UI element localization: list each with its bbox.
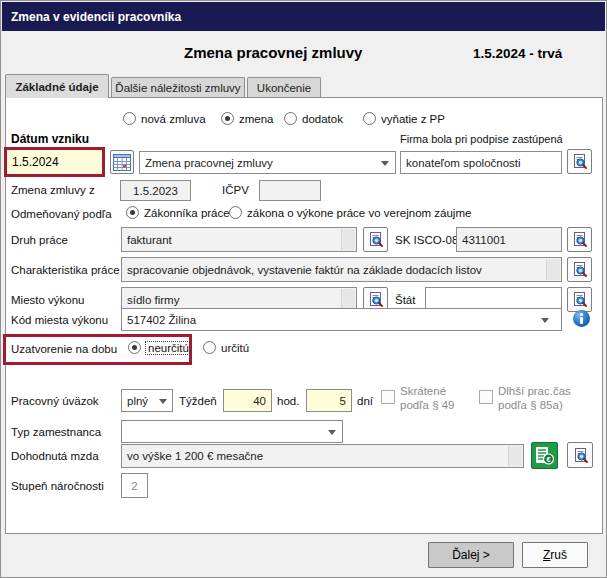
document-magnifier-icon xyxy=(572,447,589,464)
icpv-field xyxy=(259,180,321,201)
change-kind-combobox[interactable]: Zmena pracovnej zmluvy xyxy=(139,151,396,174)
next-button-label: Ďalej > xyxy=(452,548,490,562)
chevron-down-icon[interactable] xyxy=(381,161,389,166)
combobox-value: plný xyxy=(127,395,148,407)
charakteristika-lookup-button[interactable] xyxy=(567,257,592,282)
document-magnifier-icon xyxy=(571,261,588,278)
document-magnifier-icon xyxy=(571,291,588,308)
kod-miesta-combobox[interactable]: 517402 Žilina xyxy=(121,308,562,331)
radio-label: nová zmluva xyxy=(141,113,206,125)
radio-vynatie-z-pp[interactable]: vyňatie z PP xyxy=(363,112,445,125)
radio-nova-zmluva[interactable]: nová zmluva xyxy=(123,112,206,125)
dlhsi-cas-checkbox[interactable] xyxy=(479,390,493,404)
cancel-button[interactable]: Zruš xyxy=(522,542,588,568)
radio-neurcitu[interactable]: neurčitú xyxy=(128,341,191,354)
payroll-table-icon: € xyxy=(534,445,555,466)
field-value: vo výške 1 200 € mesačne xyxy=(127,450,263,462)
radio-label: neurčitú xyxy=(146,342,191,354)
tab-label: Ukončenie xyxy=(257,82,311,94)
sk-isco-lookup-button[interactable] xyxy=(567,227,592,252)
combobox-value: Zmena pracovnej zmluvy xyxy=(145,157,273,169)
chevron-down-icon[interactable] xyxy=(541,318,549,323)
stupen-field[interactable]: 2 xyxy=(121,473,148,498)
typ-zamestnanca-combobox[interactable] xyxy=(121,420,343,443)
days-field[interactable]: 5 xyxy=(306,389,352,412)
mzda-lookup-button[interactable] xyxy=(567,442,593,468)
skratene-checkbox[interactable] xyxy=(381,390,395,404)
days-unit-label: dní xyxy=(357,395,373,407)
stat-label: Štát xyxy=(395,294,415,306)
miesto-vykonu-label: Miesto výkonu xyxy=(11,294,85,306)
tab-ukoncenie[interactable]: Ukončenie xyxy=(247,77,321,98)
charakteristika-field: spracovanie objednávok, vystavenie faktú… xyxy=(121,257,562,282)
druh-prace-lookup-button[interactable] xyxy=(363,227,388,252)
firma-zastupena-field[interactable]: konateľom spoločnosti xyxy=(400,151,562,174)
radio-dodatok[interactable]: dodatok xyxy=(284,112,343,125)
datum-vzniku-label: Dátum vzniku xyxy=(11,132,89,146)
next-button[interactable]: Ďalej > xyxy=(428,542,514,568)
kod-miesta-info-button[interactable] xyxy=(572,309,591,328)
uvazok-combobox[interactable]: plný xyxy=(121,389,173,412)
druh-prace-field: fakturant xyxy=(121,227,357,252)
radio-circle xyxy=(363,112,376,125)
sk-isco-field: 4311001 xyxy=(456,227,562,252)
dlhsi-label-line2: podľa § 85a) xyxy=(498,399,563,411)
field-value: 40 xyxy=(253,395,266,407)
radio-urcitu[interactable]: určitú xyxy=(203,341,249,354)
radio-zakonnik-prace[interactable]: Zákonníka práce xyxy=(126,206,230,219)
radio-label: zákona o výkone práce vo verejnom záujme xyxy=(247,207,471,219)
combobox-value: 517402 Žilina xyxy=(127,314,196,326)
odmenovany-label: Odmeňovaný podľa xyxy=(11,208,112,220)
dlhsi-label-line1: Dlhší prac.čas xyxy=(498,385,571,397)
radio-circle-selected xyxy=(126,206,139,219)
field-value: sídlo firmy xyxy=(127,294,179,306)
field-value: 4311001 xyxy=(462,234,506,246)
tab-zakladne-udaje[interactable]: Základné údaje xyxy=(5,74,109,98)
mzda-field: vo výške 1 200 € mesačne xyxy=(121,444,524,468)
mzda-label: Dohodnutá mzda xyxy=(11,450,99,462)
radio-circle-selected xyxy=(128,341,141,354)
typ-zamestnanca-label: Typ zamestnanca xyxy=(11,426,101,438)
stupen-label: Stupeň náročnosti xyxy=(11,480,104,492)
firma-lookup-button[interactable] xyxy=(567,149,592,174)
skratene-label-line1: Skrátené xyxy=(400,385,446,397)
radio-zakon-verejny-zaujem[interactable]: zákona o výkone práce vo verejnom záujme xyxy=(229,206,471,219)
charakteristika-label: Charakteristika práce xyxy=(11,264,120,276)
field-value: spracovanie objednávok, vystavenie faktú… xyxy=(127,264,482,276)
radio-label: Zákonníka práce xyxy=(144,207,230,219)
tab-label: Ďalšie náležitosti zmluvy xyxy=(115,82,240,94)
tyzden-label: Týždeň xyxy=(179,395,217,407)
firma-zastupena-label: Firma bola pri podpise zastúpená xyxy=(400,133,563,145)
icpv-label: IČPV xyxy=(222,184,249,196)
uvazok-label: Pracovný úväzok xyxy=(11,395,99,407)
document-magnifier-icon xyxy=(571,153,588,170)
document-magnifier-icon xyxy=(367,231,384,248)
validity-dates: 1.5.2024 - trvá xyxy=(473,46,562,61)
dialog-window: Zmena v evidencii pracovníka Zmena praco… xyxy=(0,0,607,578)
zmena-zmluvy-z-field: 1.5.2023 xyxy=(120,180,191,201)
hours-field[interactable]: 40 xyxy=(223,389,272,412)
chevron-down-icon[interactable] xyxy=(159,399,167,404)
radio-zmena[interactable]: zmena xyxy=(221,112,274,125)
field-value: konateľom spoločnosti xyxy=(406,157,521,169)
document-magnifier-icon xyxy=(571,231,588,248)
payroll-button[interactable]: € xyxy=(531,442,558,469)
druh-prace-label: Druh práce xyxy=(11,234,68,246)
chevron-down-icon[interactable] xyxy=(328,430,336,435)
info-icon xyxy=(572,309,591,328)
radio-circle xyxy=(284,112,297,125)
radio-circle xyxy=(123,112,136,125)
radio-circle xyxy=(229,206,242,219)
tab-dalsie-nalezitosti[interactable]: Ďalšie náležitosti zmluvy xyxy=(111,77,245,98)
kod-miesta-label: Kód miesta výkonu xyxy=(11,314,108,326)
cancel-mnemonic: Z xyxy=(543,548,550,562)
radio-label: určitú xyxy=(221,342,249,354)
title-bar[interactable]: Zmena v evidencii pracovníka xyxy=(2,2,605,31)
sk-isco-label: SK ISCO-08 xyxy=(395,234,458,246)
calendar-icon xyxy=(113,154,131,171)
calendar-button[interactable] xyxy=(110,150,134,174)
radio-label: dodatok xyxy=(302,113,343,125)
hours-unit-label: hod. xyxy=(277,395,299,407)
datum-vzniku-field[interactable]: 1.5.2024 xyxy=(4,147,105,177)
field-value: fakturant xyxy=(127,234,172,246)
